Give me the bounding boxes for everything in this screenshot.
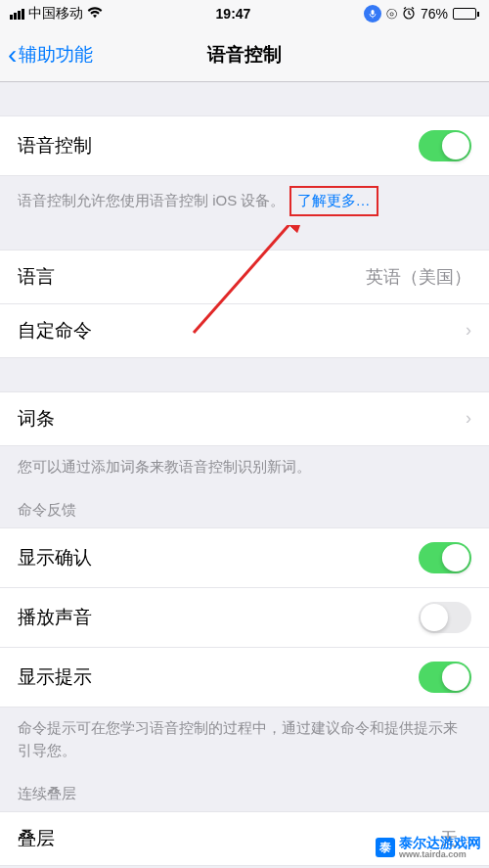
- play-sound-label: 播放声音: [18, 605, 92, 630]
- language-cell[interactable]: 语言 英语（美国）: [0, 250, 489, 304]
- watermark-url: www.tairda.com: [399, 850, 481, 860]
- custom-commands-label: 自定命令: [18, 318, 92, 343]
- command-feedback-footer: 命令提示可在您学习语音控制的过程中，通过建议命令和提供提示来引导您。: [0, 708, 489, 771]
- play-sound-toggle[interactable]: [419, 602, 471, 633]
- show-hints-cell[interactable]: 显示提示: [0, 648, 489, 708]
- play-sound-cell[interactable]: 播放声音: [0, 588, 489, 648]
- vocabulary-label: 词条: [18, 406, 55, 432]
- time-label: 19:47: [216, 6, 251, 22]
- signal-icon: [10, 9, 24, 20]
- chevron-right-icon: ›: [466, 408, 471, 429]
- custom-commands-cell[interactable]: 自定命令 ›: [0, 304, 489, 358]
- carrier-label: 中国移动: [28, 5, 83, 23]
- back-button[interactable]: ‹ 辅助功能: [0, 41, 93, 69]
- learn-more-highlight: 了解更多…: [289, 186, 378, 216]
- watermark-logo-icon: 泰: [376, 838, 395, 857]
- learn-more-link[interactable]: 了解更多…: [297, 192, 371, 208]
- show-confirm-cell[interactable]: 显示确认: [0, 527, 489, 588]
- voice-control-toggle[interactable]: [419, 130, 471, 161]
- overlay-label: 叠层: [18, 826, 55, 851]
- page-title: 语音控制: [207, 42, 282, 68]
- voice-control-description: 语音控制允许您使用语音控制 iOS 设备。 了解更多…: [0, 176, 489, 226]
- show-hints-label: 显示提示: [18, 664, 92, 690]
- watermark: 泰 泰尔达游戏网 www.tairda.com: [376, 836, 481, 860]
- wifi-icon: [87, 6, 103, 22]
- chevron-right-icon: ›: [466, 320, 471, 341]
- language-label: 语言: [18, 264, 55, 290]
- status-left: 中国移动: [10, 5, 103, 23]
- status-bar: 中国移动 19:47 ⦾ 76%: [0, 0, 489, 27]
- show-confirm-label: 显示确认: [18, 545, 92, 571]
- command-feedback-header: 命令反馈: [0, 487, 489, 527]
- show-hints-toggle[interactable]: [419, 662, 471, 693]
- svg-rect-0: [371, 10, 374, 15]
- battery-label: 76%: [421, 6, 448, 22]
- vocabulary-cell[interactable]: 词条 ›: [0, 391, 489, 446]
- voice-control-cell[interactable]: 语音控制: [0, 115, 489, 176]
- vocabulary-description: 您可以通过添加词条来教语音控制识别新词。: [0, 446, 489, 488]
- status-right: ⦾ 76%: [364, 5, 479, 23]
- overlay-header: 连续叠层: [0, 771, 489, 811]
- voice-control-label: 语音控制: [18, 133, 92, 159]
- language-value: 英语（美国）: [366, 265, 471, 289]
- watermark-text: 泰尔达游戏网: [399, 836, 481, 850]
- nav-bar: ‹ 辅助功能 语音控制: [0, 27, 489, 82]
- back-label: 辅助功能: [19, 42, 93, 68]
- battery-icon: [453, 8, 479, 20]
- rotation-lock-icon: ⦾: [386, 6, 397, 23]
- show-confirm-toggle[interactable]: [419, 542, 471, 573]
- alarm-icon: [402, 6, 416, 23]
- chevron-left-icon: ‹: [8, 41, 17, 69]
- mic-icon: [364, 5, 381, 23]
